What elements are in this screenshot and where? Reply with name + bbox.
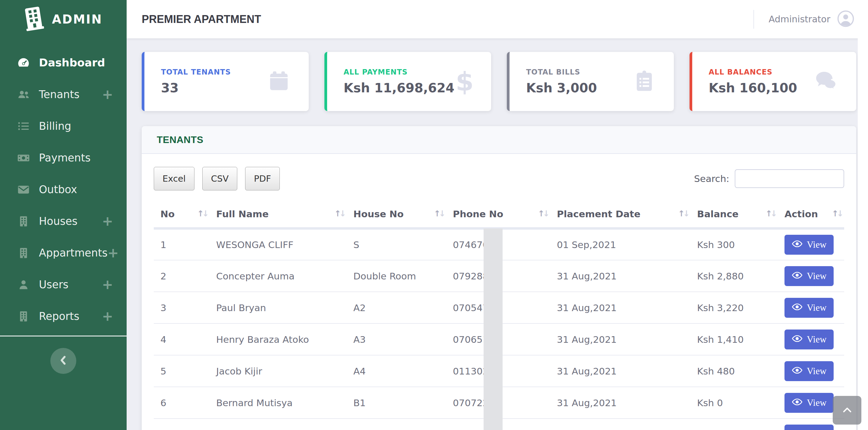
sort-icon[interactable]: ↑↓	[766, 209, 775, 218]
excel-export-button[interactable]: Excel	[154, 167, 194, 191]
expand-plus-icon[interactable]: +	[102, 214, 113, 228]
cell-full-name: Edith Odhiambo	[210, 419, 347, 430]
eye-icon	[792, 397, 803, 408]
cell-house-no: S	[347, 228, 446, 260]
sidebar-item-label: Houses	[39, 215, 102, 227]
column-header-house-no[interactable]: House No↑↓	[347, 201, 446, 228]
search-input[interactable]	[735, 169, 844, 188]
sidebar-collapse-button[interactable]	[50, 348, 76, 374]
stat-label: TOTAL BILLS	[526, 68, 597, 76]
user-icon	[17, 278, 30, 291]
view-button[interactable]: View	[784, 266, 834, 286]
table-header-row: No↑↓ Full Name↑↓ House No↑↓ Phone No↑↓ P…	[154, 201, 844, 228]
sidebar: ADMIN Dashboard Tenants	[0, 0, 127, 430]
cell-no: 2	[154, 260, 210, 292]
view-button[interactable]: View	[784, 361, 834, 381]
sidebar-item-billing[interactable]: Billing	[0, 110, 127, 142]
sidebar-item-label: Users	[39, 279, 102, 291]
sidebar-item-payments[interactable]: Payments	[0, 142, 127, 173]
cell-house-no: A3	[347, 323, 446, 355]
sort-icon[interactable]: ↑↓	[334, 209, 344, 218]
cell-action: View	[778, 228, 844, 260]
cell-placement-date: 31 Aug,2021	[550, 260, 690, 292]
view-button[interactable]: View	[784, 393, 834, 413]
sidebar-item-label: Appartments	[39, 247, 107, 259]
stat-cards-row: TOTAL TENANTS 33 ALL PAYMENTS Ksh 11,698…	[142, 52, 856, 111]
table-toolbar: Excel CSV PDF Search:	[154, 167, 844, 191]
column-header-phone-no[interactable]: Phone No↑↓	[446, 201, 550, 228]
scroll-to-top-button[interactable]	[833, 396, 861, 425]
topbar: PREMIER APARTMENT Administrator	[127, 0, 868, 38]
sidebar-item-outbox[interactable]: Outbox	[0, 173, 127, 205]
stat-value: 33	[161, 81, 231, 95]
view-button-label: View	[807, 429, 827, 430]
column-header-balance[interactable]: Balance↑↓	[690, 201, 778, 228]
cell-no: 4	[154, 323, 210, 355]
column-header-full-name[interactable]: Full Name↑↓	[210, 201, 347, 228]
cell-house-no: A4	[347, 355, 446, 387]
sort-icon[interactable]: ↑↓	[197, 209, 207, 218]
expand-plus-icon[interactable]: +	[102, 278, 113, 291]
avatar-icon[interactable]	[837, 10, 855, 29]
cell-balance: Ksh 1,410	[690, 323, 778, 355]
chevron-left-icon	[58, 355, 68, 367]
brand[interactable]: ADMIN	[0, 0, 127, 38]
expand-plus-icon[interactable]: +	[102, 310, 113, 323]
comments-icon	[813, 68, 839, 95]
sidebar-item-label: Reports	[39, 310, 102, 322]
sidebar-item-dashboard[interactable]: Dashboard	[0, 47, 127, 79]
view-button[interactable]: View	[784, 235, 834, 255]
column-header-action[interactable]: Action↑↓	[778, 201, 844, 228]
sort-icon[interactable]: ↑↓	[538, 209, 548, 218]
cell-placement-date: 31 Aug,2021	[550, 419, 690, 430]
stat-label: ALL BALANCES	[709, 68, 797, 76]
pdf-export-button[interactable]: PDF	[245, 167, 280, 191]
view-button[interactable]: View	[784, 329, 834, 349]
sort-icon[interactable]: ↑↓	[832, 209, 842, 218]
search-label: Search:	[694, 173, 729, 184]
sidebar-item-tenants[interactable]: Tenants +	[0, 79, 127, 110]
expand-plus-icon[interactable]: +	[107, 246, 119, 259]
page-scrollbar-track[interactable]	[858, 38, 868, 430]
cell-no: 1	[154, 228, 210, 260]
cell-no: 5	[154, 355, 210, 387]
cell-no: 6	[154, 387, 210, 419]
view-button-label: View	[807, 239, 827, 250]
panel-header: TENANTS	[142, 126, 856, 154]
sidebar-item-appartments[interactable]: Appartments +	[0, 237, 127, 268]
stat-card-all-payments: ALL PAYMENTS Ksh 11,698,624 $	[324, 52, 491, 111]
view-button-label: View	[807, 334, 827, 345]
column-header-no[interactable]: No↑↓	[154, 201, 210, 228]
eye-icon	[792, 303, 803, 313]
topbar-user-menu[interactable]: Administrator	[753, 10, 855, 29]
topbar-divider	[753, 10, 754, 29]
clipboard-list-icon	[632, 69, 656, 94]
dollar-icon: $	[456, 66, 474, 96]
cell-full-name: Henry Baraza Atoko	[210, 323, 347, 355]
view-button[interactable]: View	[784, 425, 834, 430]
tachometer-icon	[17, 56, 30, 70]
stat-card-total-tenants: TOTAL TENANTS 33	[142, 52, 309, 111]
inner-scrollbar-thumb[interactable]	[484, 228, 503, 430]
sidebar-item-label: Dashboard	[39, 56, 113, 69]
sidebar-item-reports[interactable]: Reports +	[0, 300, 127, 332]
sidebar-item-label: Tenants	[39, 88, 102, 101]
building-logo-icon	[22, 5, 45, 33]
cell-placement-date: 31 Aug,2021	[550, 387, 690, 419]
csv-export-button[interactable]: CSV	[202, 167, 238, 191]
sort-icon[interactable]: ↑↓	[434, 209, 444, 218]
column-header-placement-date[interactable]: Placement Date↑↓	[550, 201, 690, 228]
view-button[interactable]: View	[784, 298, 834, 318]
cell-full-name: Paul Bryan	[210, 292, 347, 323]
cell-house-no: B1	[347, 387, 446, 419]
view-button-label: View	[807, 303, 827, 313]
sidebar-item-users[interactable]: Users +	[0, 268, 127, 300]
cell-no: 7	[154, 419, 210, 430]
eye-icon	[792, 366, 803, 377]
expand-plus-icon[interactable]: +	[102, 88, 113, 101]
cell-placement-date: 01 Sep,2021	[550, 228, 690, 260]
sidebar-item-houses[interactable]: Houses +	[0, 205, 127, 237]
stat-label: ALL PAYMENTS	[344, 68, 455, 76]
sidebar-item-label: Billing	[39, 120, 113, 132]
sort-icon[interactable]: ↑↓	[678, 209, 688, 218]
